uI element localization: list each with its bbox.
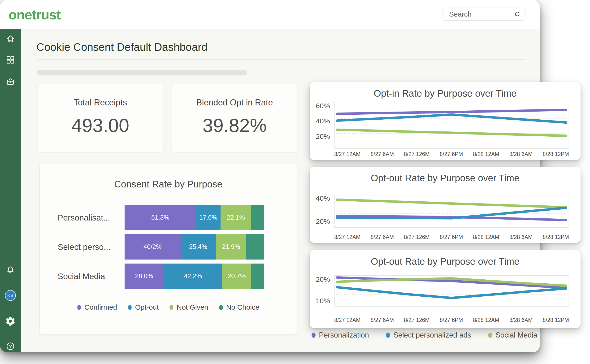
kpi-card-total-receipts: Total Receipts 493.00 [38,84,163,152]
x-axis-label: 8/27 6AM [371,317,394,323]
y-axis-label: 10% [310,297,330,305]
x-axis-label: 8/27 12AM [334,151,361,157]
y-axis-label: 20% [310,132,330,140]
legend-label: No Choice [226,303,259,311]
line-chart: 40%20%8/27 12AM8/27 6AM8/27 126M8/27 6PM… [310,167,581,243]
bar-category-label: Personalisat... [58,205,122,230]
briefcase-icon[interactable] [6,77,15,86]
filter-skeleton-bar [37,70,247,75]
x-axis-label: 8/27 126M [404,234,430,240]
x-axis-label: 8/27 6PM [440,151,463,157]
kpi-label: Total Receipts [38,98,163,108]
apps-grid-icon[interactable] [6,55,15,65]
app-header: onetrust [0,0,540,29]
consent-rate-chart-card: Consent Rate by Purpose Personalisat...5… [39,164,297,335]
legend-dot-icon [488,332,492,338]
bar-track: 28.0%42.2%20.7% [124,264,264,289]
legend-item[interactable]: Personalization [311,331,369,339]
bar-segment-not-given: 20.7% [222,264,251,289]
legend-item[interactable]: Social Media [488,331,537,339]
bar-row: Personalisat...51.3%17.6%22.1% [40,205,297,230]
legend-label: Social Media [495,331,537,339]
x-axis-label: 8/28 12PM [543,151,569,157]
kpi-value: 493.00 [38,115,163,136]
kpi-card-blended-opt-in: Blended Opt in Rate 39.82% [172,84,297,152]
x-axis-label: 8/27 6PM [440,317,463,323]
legend-item[interactable]: Confirmed [77,303,117,311]
x-axis-label: 8/28 6AM [509,151,532,157]
x-axis-label: 8/27 126M [404,317,430,323]
bar-track: 40/2%25.4%21.9% [124,234,264,260]
line-chart-svg [334,275,569,306]
y-axis-label: 20% [310,217,330,226]
search-input[interactable] [443,8,525,20]
legend-dot-icon [77,305,81,310]
line-charts-legend: PersonalizationSelect personalized adsSo… [311,331,538,339]
x-axis-label: 8/28 12PM [543,317,569,323]
line-chart: 60%40%20%8/27 12AM8/27 6AM8/27 126M8/27 … [310,82,581,160]
help-icon[interactable]: ? [6,342,15,351]
chart-title: Consent Rate by Purpose [40,179,297,189]
opt-out-rate-chart-card-1: Opt-out Rate by Purpose over Time 40%20%… [310,167,581,243]
x-axis-label: 8/27 12AM [334,317,361,323]
bar-chart-legend: ConfirmedOpt-outNot GivenNo Choice [40,303,297,311]
legend-item[interactable]: Select personalized ads [386,331,471,339]
settings-gear-icon[interactable] [5,316,16,326]
opt-out-rate-chart-card-2: Opt-out Rate by Purpose over Time 20%10%… [310,250,581,328]
legend-label: Select personalized ads [393,331,471,339]
x-axis-label: 8/28 12PM [543,234,569,240]
x-axis-label: 8/27 6PM [440,234,463,240]
legend-label: Personalization [319,331,369,339]
line-chart-svg [334,102,569,149]
search-icon[interactable] [513,11,520,18]
y-axis-label: 20% [310,275,330,283]
bar-segment-not-given: 22.1% [220,205,251,230]
x-axis-label: 8/27 6AM [371,234,394,240]
bar-track: 51.3%17.6%22.1% [124,205,264,230]
svg-text:?: ? [9,344,12,349]
line-chart-svg [334,195,569,228]
x-axis: 8/27 12AM8/27 6AM8/27 126M8/27 6PM8/28 1… [334,151,569,157]
legend-dot-icon [128,305,132,310]
legend-item[interactable]: No Choice [219,303,259,311]
bar-segment-no-choice [251,264,264,289]
page-title: Cookie Consent Default Dashboard [36,41,207,53]
y-axis-label: 40% [310,194,330,202]
onetrust-logo: onetrust [8,6,60,22]
sidebar-divider [0,98,21,98]
bar-segment-confirmed: 40/2% [124,234,181,260]
legend-dot-icon [219,305,223,310]
bar-segment-confirmed: 51.3% [124,205,196,230]
kpi-label: Blended Opt in Rate [172,98,297,108]
bar-row: Select perso...40/2%25.4%21.9% [40,234,297,260]
x-axis-label: 8/27 126M [404,151,430,157]
user-avatar[interactable]: KB [5,290,16,301]
title-divider [36,59,525,60]
kpi-value: 39.82% [172,115,297,136]
bar-segment-opt-out: 17.6% [196,205,220,230]
x-axis-label: 8/27 6AM [371,151,394,157]
legend-label: Not Given [177,303,208,311]
home-icon[interactable] [6,34,15,44]
x-axis-label: 8/28 6AM [509,317,532,323]
legend-item[interactable]: Not Given [169,303,208,311]
bar-segment-opt-out: 25.4% [181,234,216,260]
search-box[interactable] [442,7,525,21]
legend-item[interactable]: Opt-out [128,303,159,311]
x-axis-label: 8/28 12AM [473,234,499,240]
bar-segment-no-choice [246,234,264,260]
x-axis: 8/27 12AM8/27 6AM8/27 126M8/27 6PM8/28 1… [334,317,569,323]
stacked-bar-chart: Personalisat...51.3%17.6%22.1%Select per… [40,205,297,293]
notifications-bell-icon[interactable] [6,265,15,275]
legend-label: Opt-out [135,303,159,311]
sidebar-nav: KB ? [0,29,21,352]
legend-label: Confirmed [84,303,117,311]
y-axis-label: 60% [310,102,330,110]
x-axis-label: 8/28 12AM [473,151,499,157]
bar-segment-not-given: 21.9% [216,234,246,260]
dashboard-stage: onetrust [0,0,590,364]
bar-segment-no-choice [251,205,264,230]
bar-row: Social Media28.0%42.2%20.7% [40,264,297,289]
legend-dot-icon [311,332,316,338]
bar-segment-opt-out: 42.2% [164,264,222,289]
